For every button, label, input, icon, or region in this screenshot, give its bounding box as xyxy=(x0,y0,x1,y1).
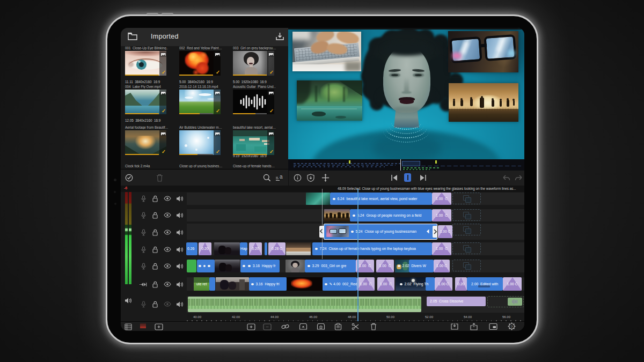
svg-text:?: ? xyxy=(510,324,513,329)
svg-text:a: a xyxy=(280,174,283,180)
